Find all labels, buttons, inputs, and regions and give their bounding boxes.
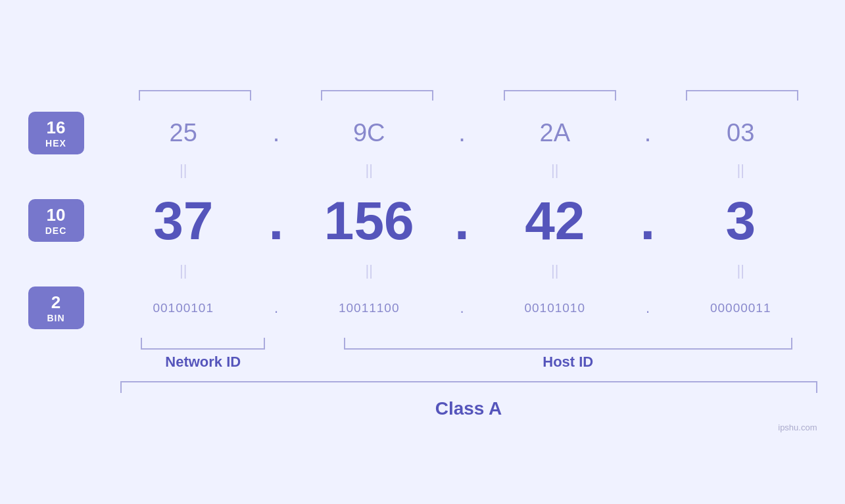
hex-badge-label: HEX: [45, 138, 66, 149]
eq7: ||: [479, 262, 632, 279]
dot-hex-3: .: [631, 119, 664, 147]
network-id-label: Network ID: [165, 354, 241, 371]
dec-badge: 10 DEC: [28, 199, 84, 242]
dot-dec-3: .: [631, 190, 664, 252]
dec-val-1: 37: [107, 194, 260, 248]
bin-badge-number: 2: [51, 292, 60, 313]
host-id-label: Host ID: [543, 354, 593, 371]
dot-dec-1: .: [260, 190, 293, 252]
bin-badge-label: BIN: [47, 313, 64, 323]
eq1: ||: [107, 162, 260, 179]
class-bracket: [120, 381, 817, 393]
bin-val-2: 10011100: [293, 301, 446, 315]
eq6: ||: [293, 262, 446, 279]
hex-badge-number: 16: [47, 118, 66, 138]
watermark: ipshu.com: [778, 423, 817, 432]
eq8: ||: [664, 262, 817, 279]
dec-val-2: 156: [293, 194, 446, 248]
eq3: ||: [479, 162, 632, 179]
network-id-section: Network ID: [120, 338, 287, 371]
dot-hex-2: .: [446, 119, 479, 147]
host-bracket: [344, 338, 792, 350]
eq5: ||: [107, 262, 260, 279]
bin-badge: 2 BIN: [28, 286, 84, 329]
bin-val-1: 00100101: [107, 301, 260, 315]
hex-val-1: 25: [107, 119, 260, 147]
dot-bin-2: .: [446, 300, 479, 317]
dec-badge-label: DEC: [45, 225, 67, 236]
top-bracket-1: [139, 90, 251, 101]
network-bracket: [141, 338, 265, 350]
dot-bin-1: .: [260, 300, 293, 317]
class-label: Class A: [120, 398, 817, 419]
dec-val-4: 3: [664, 194, 817, 248]
dot-dec-2: .: [446, 190, 479, 252]
bin-val-3: 00101010: [479, 301, 632, 315]
class-section: Class A: [120, 381, 817, 419]
dot-bin-3: .: [631, 300, 664, 317]
hex-badge: 16 HEX: [28, 112, 84, 154]
bin-val-4: 00000011: [664, 301, 817, 315]
hex-val-2: 9C: [293, 119, 446, 147]
eq2: ||: [293, 162, 446, 179]
top-bracket-3: [504, 90, 616, 101]
dec-badge-number: 10: [47, 205, 66, 225]
eq4: ||: [664, 162, 817, 179]
hex-val-3: 2A: [479, 119, 632, 147]
top-bracket-4: [686, 90, 798, 101]
dec-val-3: 42: [479, 194, 632, 248]
top-bracket-2: [321, 90, 433, 101]
host-id-section: Host ID: [319, 338, 817, 371]
hex-val-4: 03: [664, 119, 817, 147]
dot-hex-1: .: [260, 119, 293, 147]
